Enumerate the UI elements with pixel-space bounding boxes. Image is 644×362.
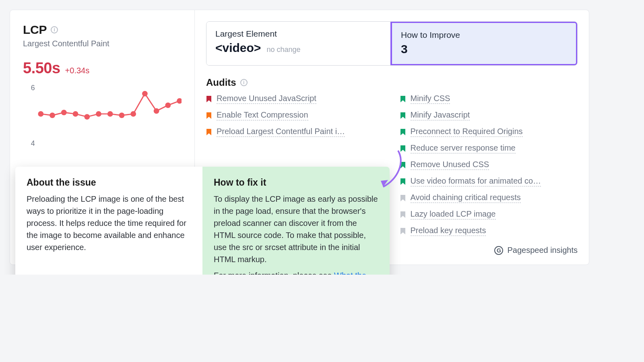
fix-body-1: To display the LCP image as early as pos…	[214, 193, 378, 265]
audit-link[interactable]: Minify CSS	[411, 94, 450, 104]
bookmark-icon	[400, 128, 406, 136]
bookmark-icon	[400, 112, 406, 119]
audit-item[interactable]: Reduce server response time	[400, 143, 578, 153]
lcp-trend-chart: 6 4	[23, 83, 182, 155]
fix-title: How to fix it	[214, 177, 378, 188]
audits-header: Audits i	[206, 77, 578, 88]
audit-link[interactable]: Reduce server response time	[411, 143, 516, 153]
footer-label: Pagespeed insights	[507, 246, 578, 255]
bookmark-icon	[400, 145, 406, 152]
bookmark-icon	[400, 228, 406, 235]
issue-popover: About the issue Preloading the LCP image…	[15, 167, 390, 275]
audit-link[interactable]: Avoid chaining critical requests	[411, 193, 521, 203]
info-icon[interactable]: i	[51, 26, 58, 33]
audit-item[interactable]: Minify CSS	[400, 94, 578, 104]
card-largest-element[interactable]: Largest Element <video> no change	[206, 22, 390, 65]
bookmark-icon	[400, 194, 406, 202]
svg-point-4	[84, 114, 90, 120]
svg-point-1	[50, 113, 55, 118]
lcp-subtitle: Largest Contentful Paint	[23, 39, 182, 48]
svg-point-10	[154, 108, 159, 114]
card-value: <video>	[215, 41, 261, 55]
audit-item[interactable]: Preload Largest Contentful Paint i…	[206, 127, 384, 137]
lcp-header: LCP i	[23, 23, 182, 37]
audits-title: Audits	[206, 77, 236, 88]
audit-link[interactable]: Preload Largest Contentful Paint i…	[217, 127, 345, 137]
audit-item[interactable]: Preconnect to Required Origins	[400, 127, 578, 137]
audit-item[interactable]: Remove Unused CSS	[400, 160, 578, 170]
audit-item[interactable]: Avoid chaining critical requests	[400, 193, 578, 203]
about-title: About the issue	[27, 177, 191, 188]
bookmark-icon	[206, 95, 212, 103]
svg-point-2	[61, 110, 67, 115]
svg-point-12	[177, 98, 182, 104]
audit-item[interactable]: Use video formats for animated co…	[400, 176, 578, 186]
svg-point-9	[142, 91, 148, 97]
lcp-value: 5.50s	[23, 60, 60, 77]
card-label: How to Improve	[401, 30, 567, 40]
audit-item[interactable]: Remove Unused JavaScript	[206, 94, 384, 104]
card-sub: no change	[266, 46, 300, 54]
svg-point-11	[165, 102, 171, 108]
audit-link[interactable]: Minify Javascript	[411, 110, 470, 120]
lcp-title: LCP	[23, 23, 47, 37]
popover-about: About the issue Preloading the LCP image…	[15, 167, 202, 275]
audit-link[interactable]: Enable Text Compression	[217, 110, 308, 120]
y-tick-6: 6	[31, 84, 35, 92]
audit-link[interactable]: Preload key requests	[411, 226, 486, 236]
info-icon[interactable]: i	[240, 79, 248, 86]
bookmark-icon	[206, 128, 212, 136]
popover-fix: How to fix it To display the LCP image a…	[202, 167, 390, 275]
svg-point-8	[130, 111, 136, 117]
bookmark-icon	[400, 95, 406, 103]
lcp-delta: +0.34s	[65, 66, 90, 75]
card-value: 3	[401, 42, 408, 56]
audit-item[interactable]: Preload key requests	[400, 226, 578, 236]
audit-link[interactable]: Preconnect to Required Origins	[411, 127, 523, 137]
audit-col-right: Minify CSSMinify JavascriptPreconnect to…	[400, 94, 578, 236]
audit-link[interactable]: Remove Unused CSS	[411, 160, 489, 170]
lcp-dashboard: LCP i Largest Contentful Paint 5.50s +0.…	[10, 10, 589, 265]
audit-link[interactable]: Use video formats for animated co…	[411, 176, 541, 186]
card-how-to-improve[interactable]: How to Improve 3	[390, 21, 578, 66]
about-body: Preloading the LCP image is one of the b…	[27, 193, 191, 253]
svg-point-6	[107, 111, 113, 117]
svg-point-3	[73, 111, 78, 117]
y-tick-4: 4	[31, 139, 35, 147]
bookmark-icon	[400, 178, 406, 185]
svg-point-5	[96, 111, 101, 117]
google-icon: G	[494, 246, 503, 255]
top-cards: Largest Element <video> no change How to…	[206, 21, 578, 66]
bookmark-icon	[400, 211, 406, 218]
audit-link[interactable]: Lazy loaded LCP image	[411, 209, 496, 219]
fix-body-2: For more information, please see What th…	[214, 269, 378, 275]
lcp-value-row: 5.50s +0.34s	[23, 60, 182, 77]
svg-point-0	[38, 111, 43, 117]
audit-item[interactable]: Minify Javascript	[400, 110, 578, 120]
bookmark-icon	[400, 161, 406, 169]
audit-item[interactable]: Enable Text Compression	[206, 110, 384, 120]
audit-item[interactable]: Lazy loaded LCP image	[400, 209, 578, 219]
svg-point-7	[119, 113, 125, 118]
bookmark-icon	[206, 112, 212, 119]
audit-link[interactable]: Remove Unused JavaScript	[217, 94, 316, 104]
card-label: Largest Element	[215, 29, 382, 39]
